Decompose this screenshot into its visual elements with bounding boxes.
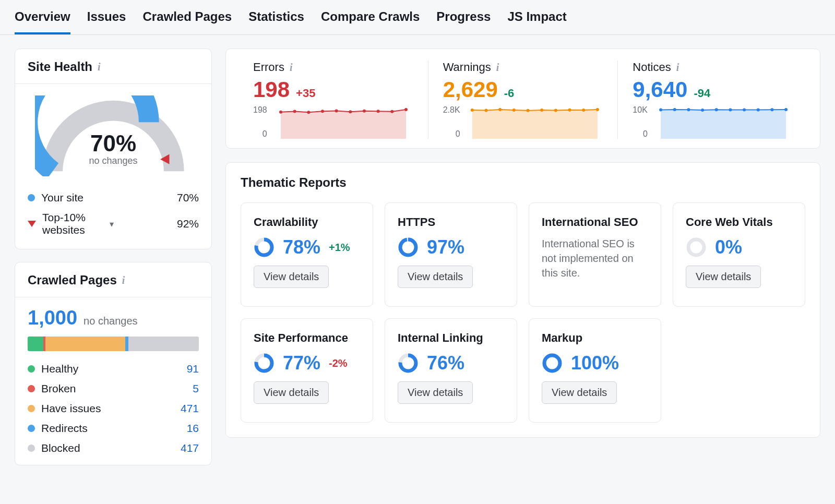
thematic-reports-card: Thematic Reports Crawlability78%+1%View … [225,162,820,438]
row-label: Have issues [41,402,181,415]
thematic-card: Core Web Vitals0%View details [673,202,805,307]
stats-row: Errorsi198+351980Warningsi2,629-62.8K0No… [225,49,820,149]
svg-point-22 [673,108,676,111]
svg-point-17 [554,109,557,112]
donut-icon [398,353,419,374]
row-value: 16 [187,422,199,435]
info-icon[interactable]: i [496,62,499,74]
svg-point-23 [687,108,690,111]
tab-progress[interactable]: Progress [436,5,491,34]
tab-issues[interactable]: Issues [87,5,126,34]
tab-overview[interactable]: Overview [15,5,70,34]
chevron-down-icon[interactable]: ▾ [110,219,114,229]
svg-point-42 [544,355,560,371]
stat-value: 2,629 [443,77,498,102]
svg-point-13 [498,108,502,111]
view-details-button[interactable]: View details [398,266,473,288]
crawled-pages-row[interactable]: Broken5 [28,382,199,395]
thematic-card-delta: -2% [329,357,348,369]
view-details-button[interactable]: View details [254,381,329,404]
svg-point-27 [743,109,746,112]
svg-point-25 [715,108,718,111]
crawled-pages-row[interactable]: Healthy91 [28,363,199,375]
bar-segment [128,337,199,351]
dot-icon [28,445,35,452]
svg-point-21 [659,109,662,112]
svg-point-1 [279,111,282,114]
info-icon[interactable]: i [122,274,125,286]
thematic-card-title: Site Performance [254,331,360,345]
site-health-row[interactable]: Top-10% websites▾92% [28,211,199,236]
thematic-card-percent: 100% [571,352,619,374]
thematic-card-title: Internal Linking [398,331,504,345]
thematic-card-message: International SEO is not implemented on … [542,236,648,280]
crawled-pages-subtext: no changes [84,315,137,327]
row-value: 417 [181,442,199,454]
svg-point-28 [757,109,760,112]
svg-point-5 [335,109,338,112]
row-label: Blocked [41,442,181,454]
site-health-title: Site Health [28,59,92,74]
svg-point-14 [512,109,515,112]
svg-point-24 [701,109,704,112]
svg-point-4 [321,110,324,113]
bar-segment [28,337,43,351]
site-health-card: Site Health i 70% no changes Your site70… [15,49,212,249]
thematic-card-percent: 76% [427,352,464,374]
site-health-subtext: no changes [89,155,137,166]
donut-icon [542,353,563,374]
donut-icon [254,353,275,374]
view-details-button[interactable]: View details [398,381,473,404]
svg-point-2 [293,110,296,113]
tab-js-impact[interactable]: JS Impact [507,5,566,34]
donut-icon [398,237,419,258]
dot-icon [28,194,35,201]
svg-point-15 [526,109,529,112]
info-icon[interactable]: i [290,62,293,74]
svg-point-16 [540,109,543,112]
svg-point-11 [470,109,473,112]
tab-compare-crawls[interactable]: Compare Crawls [321,5,420,34]
thematic-card: International SEOInternational SEO is no… [529,202,661,307]
row-label: Healthy [41,363,187,375]
stat-warnings: Warningsi2,629-62.8K0 [428,61,618,139]
crawled-pages-total: 1,000 [28,307,77,329]
row-label: Redirects [41,422,187,435]
svg-point-8 [376,110,379,113]
view-details-button[interactable]: View details [542,381,617,404]
stat-delta: +35 [296,87,315,100]
bar-segment [45,337,125,351]
stat-value: 198 [253,77,290,102]
row-value: 471 [181,402,199,415]
info-icon[interactable]: i [676,62,679,74]
thematic-card: Crawlability78%+1%View details [241,202,373,307]
tab-statistics[interactable]: Statistics [248,5,304,34]
sparkline [467,105,603,139]
stat-value: 9,640 [633,77,687,102]
tabs: OverviewIssuesCrawled PagesStatisticsCom… [0,0,835,35]
dot-icon [28,385,35,392]
view-details-button[interactable]: View details [686,266,761,288]
dot-icon [28,405,35,412]
svg-point-6 [349,110,352,113]
thematic-card-percent: 77% [283,352,320,374]
stat-delta: -6 [504,87,515,100]
view-details-button[interactable]: View details [254,266,329,288]
row-value: 5 [193,382,199,395]
stat-errors: Errorsi198+351980 [238,61,428,139]
svg-point-18 [568,109,571,112]
svg-point-29 [770,108,773,111]
site-health-row: Your site70% [28,191,199,204]
crawled-pages-row[interactable]: Redirects16 [28,422,199,435]
thematic-card: HTTPS97%View details [385,202,517,307]
svg-point-3 [307,111,310,114]
info-icon[interactable]: i [98,61,101,73]
stat-title: Warnings [443,61,491,74]
thematic-card: Internal Linking76%View details [385,318,517,423]
svg-point-19 [582,109,585,112]
svg-point-12 [484,109,487,112]
tab-crawled-pages[interactable]: Crawled Pages [142,5,232,34]
stat-title: Errors [253,61,284,74]
crawled-pages-row[interactable]: Have issues471 [28,402,199,415]
crawled-pages-row[interactable]: Blocked417 [28,442,199,454]
